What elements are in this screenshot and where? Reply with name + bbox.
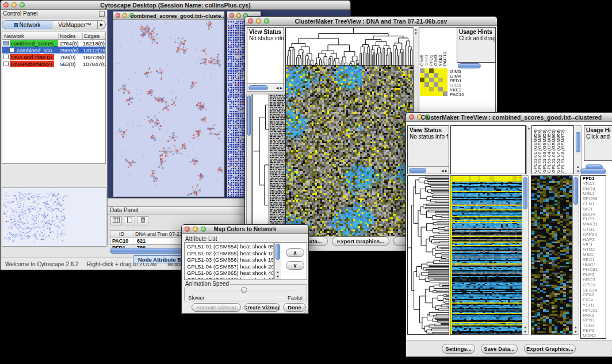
row-label: PAC10 — [450, 93, 471, 97]
tv2-save-data-button[interactable]: Save Data... — [481, 344, 518, 354]
scroll-right-icon[interactable]: ▶ — [280, 86, 282, 90]
slower-label: Slower — [188, 294, 205, 301]
network-name: RNAPuberNov2+ — [10, 61, 54, 67]
tv1-export-graphics-button[interactable]: Export Graphics... — [332, 236, 389, 246]
close-button[interactable] — [230, 13, 234, 18]
scroll-right-icon[interactable]: ▶ — [445, 168, 447, 173]
usage-hints-text: Click and drag to — [457, 35, 495, 41]
create-vizmap-button[interactable]: Create Vizmap — [244, 303, 280, 312]
network-row[interactable]: RNAPuberNov2+563(0)107847(0) — [2, 60, 105, 67]
attribute-item[interactable]: GPL51-02 (GSM855) heat shock 10 min — [185, 250, 273, 257]
scroll-up-icon[interactable]: ▲ — [522, 325, 528, 329]
tv2-genelist-scrollbar[interactable] — [580, 168, 606, 174]
tv2-settings-button[interactable]: Settings... — [442, 344, 475, 354]
animate-vizmap-button[interactable]: Animate Vizmap — [192, 303, 241, 312]
network-tab-icon — [14, 23, 18, 27]
col-edges[interactable]: Edges — [83, 33, 105, 39]
network-nodes: 2764(0) — [60, 40, 79, 47]
tv1-gene-dendrogram[interactable] — [253, 94, 269, 236]
tv2-gene-dendrogram[interactable] — [407, 175, 449, 335]
scrollbar-thumb[interactable] — [248, 85, 268, 90]
network-row[interactable]: combined_scores_2764(0)16218(0) — [2, 40, 105, 47]
treeview1-title-bar[interactable]: ClusterMaker TreeView : DNA and Tran 07-… — [245, 17, 497, 26]
treeview2-title-bar[interactable]: ClusterMaker TreeView : combined_scores_… — [406, 113, 612, 122]
minimize-button[interactable] — [236, 13, 241, 18]
control-panel-tabs: Network VizMapper™ ▶ — [2, 20, 106, 29]
tv1-gene-scrollbar[interactable] — [246, 94, 252, 235]
move-up-button[interactable]: ∧ — [286, 248, 304, 257]
scrollbar-thumb[interactable] — [573, 177, 578, 205]
tv2-collabel-scrollbar[interactable]: ▲ ▼ — [575, 125, 582, 174]
gene-label: GPI16 — [583, 283, 606, 288]
scroll-down-icon[interactable]: ▼ — [414, 32, 418, 35]
attribute-item[interactable]: GPL51-06 (GSM865) heat shock 40 min — [185, 270, 273, 277]
tab-network[interactable]: Network — [2, 20, 52, 29]
scroll-up-icon[interactable]: ▲ — [414, 28, 418, 31]
tv2-top-strip[interactable]: ▲ — [526, 125, 531, 174]
col-network[interactable]: Network — [2, 33, 59, 39]
tv1-array-dendrogram[interactable] — [285, 27, 414, 66]
gene-label: NTR2 — [583, 247, 606, 252]
scrollbar-thumb[interactable] — [523, 177, 527, 209]
scroll-up-icon[interactable]: ▲ — [575, 165, 581, 168]
tab-vizmapper[interactable]: VizMapper™ — [52, 20, 98, 29]
attribute-item[interactable]: GPL51-01 (GSM854) heat shock 05 min — [185, 243, 273, 250]
col-nodes[interactable]: Nodes — [59, 33, 83, 39]
tv2-heatmap-scrollbar[interactable]: ▲ ▼ — [522, 175, 529, 335]
main-title-bar[interactable]: Cytoscape Desktop (Session Name: collins… — [1, 1, 350, 10]
new-attribute-icon[interactable] — [124, 216, 135, 225]
scrollbar-thumb[interactable] — [247, 95, 251, 136]
dialog-title-bar[interactable]: Map Colors to Network — [182, 225, 308, 234]
scroll-down-icon[interactable]: ▼ — [522, 330, 528, 334]
scroll-down-icon[interactable]: ▼ — [573, 330, 579, 334]
network-nodes: 563(0) — [60, 61, 75, 67]
tv2-second-heatmap[interactable] — [531, 175, 573, 335]
tv2-array-dendrogram-area[interactable] — [450, 125, 526, 174]
tab-overflow-button[interactable]: ▶ — [98, 20, 106, 29]
scroll-up-icon[interactable]: ▲ — [275, 270, 281, 274]
attribute-list-group: GPL51-01 (GSM854) heat shock 05 minGPL51… — [184, 242, 307, 280]
scroll-left-icon[interactable]: ◀ — [276, 86, 279, 90]
view-status-title: View Status — [247, 28, 284, 35]
network-table-header[interactable]: Network Nodes Edges — [2, 32, 105, 40]
desktop: Cytoscape Desktop (Session Name: collins… — [0, 0, 612, 364]
scrollbar-thumb[interactable] — [576, 132, 580, 152]
network-row[interactable]: DNA and Tran 07769(0)183728(0) — [2, 53, 105, 60]
network-overview-canvas[interactable] — [2, 187, 106, 247]
speed-slider-thumb[interactable] — [241, 287, 247, 293]
attribute-list-scrollbar[interactable]: ▲ ▼ — [274, 243, 281, 279]
attribute-item[interactable]: GPL51-07 (GSM868) heat shock 60 min — [185, 277, 273, 279]
network-row[interactable]: combined_sco2569(6)13112(15) — [2, 47, 105, 53]
tv1-usage-scrollbar[interactable] — [458, 63, 481, 68]
scrollbar-thumb[interactable] — [276, 244, 280, 260]
scrollbar-thumb[interactable] — [409, 168, 426, 173]
attribute-list[interactable]: GPL51-01 (GSM854) heat shock 05 minGPL51… — [185, 243, 274, 279]
tv2-gene-list[interactable]: PFD1YRA1RNR4MSL1SPC98CLN1NIS1BUD4ELG1MAK… — [580, 175, 606, 339]
tv2-export-graphics-button[interactable]: Export Graphics... — [524, 344, 576, 354]
table-mode-icon[interactable] — [110, 216, 122, 225]
scroll-up-icon[interactable]: ▲ — [573, 325, 579, 329]
scroll-down-icon[interactable]: ▼ — [275, 275, 281, 278]
network-view-title: combined_scores_good.txt--cluste... — [113, 13, 224, 19]
col-id[interactable]: ID — [110, 231, 133, 237]
tv1-top-scrollbar[interactable]: ▲ ▼ — [413, 27, 418, 66]
scroll-up-icon[interactable]: ▲ — [527, 127, 531, 130]
resize-grip[interactable] — [302, 307, 308, 313]
tab-network-label: Network — [20, 22, 41, 28]
attribute-item[interactable]: GPL51-04 (GSM857) heat shock 20 min — [185, 263, 273, 270]
delete-attribute-icon[interactable] — [137, 216, 148, 225]
tv1-similarity-matrix[interactable] — [420, 68, 447, 96]
tv1-heatmap[interactable] — [285, 65, 414, 236]
tv2-second-scrollbar[interactable]: ▲ ▼ — [572, 175, 579, 335]
data-panel-title: Data Panel — [108, 207, 248, 214]
float-panel-icon[interactable] — [99, 11, 105, 17]
tv2-heatmap[interactable] — [450, 175, 522, 335]
network-name: combined_scores_ — [10, 40, 58, 47]
attribute-item[interactable]: GPL51-03 (GSM856) heat shock 15 min — [185, 256, 273, 263]
scroll-left-icon[interactable]: ◀ — [441, 168, 444, 173]
view-status-scrollbar[interactable]: ◀ ▶ — [408, 166, 449, 174]
network-view-canvas[interactable] — [113, 20, 224, 197]
view-status-scrollbar[interactable]: ◀ ▶ — [247, 83, 284, 91]
move-down-button[interactable]: ∨ — [286, 261, 304, 270]
network-view-title-bar[interactable]: combined_scores_good.txt--cluste... — [113, 12, 224, 20]
